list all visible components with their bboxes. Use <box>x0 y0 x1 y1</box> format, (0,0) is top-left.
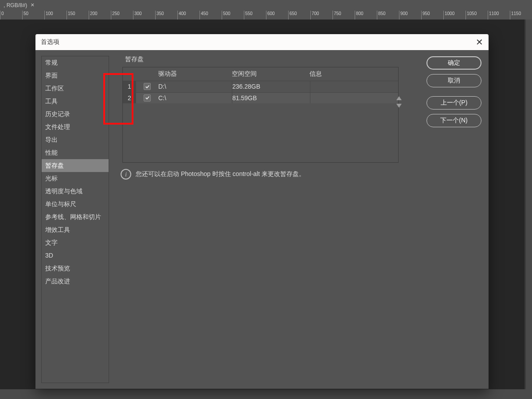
row-active-cell <box>136 81 158 92</box>
checkbox[interactable] <box>144 83 151 90</box>
document-tab-label: , RGB/8#) <box>4 2 27 9</box>
sidebar-item[interactable]: 产品改进 <box>42 275 109 288</box>
ruler-tick: 450 <box>200 11 208 20</box>
ruler-horizontal: 2001501005005010015020025030035040045050… <box>0 11 532 20</box>
info-icon: i <box>121 169 131 180</box>
ruler-tick: 1150 <box>510 11 521 20</box>
checkbox[interactable] <box>144 94 151 102</box>
ruler-tick: 1100 <box>488 11 499 20</box>
sidebar-item[interactable]: 工具 <box>42 95 109 108</box>
ruler-tick: 900 <box>399 11 408 20</box>
sidebar-item[interactable]: 文件处理 <box>42 121 109 133</box>
close-icon[interactable]: ✕ <box>476 38 483 47</box>
sidebar-item[interactable]: 历史记录 <box>42 108 109 121</box>
sidebar-item[interactable]: 性能 <box>42 146 109 159</box>
ruler-tick: 600 <box>266 11 275 20</box>
row-info <box>310 96 388 100</box>
ruler-tick: 300 <box>133 11 142 20</box>
ruler-tick: 250 <box>111 11 120 20</box>
row-index: 1 <box>123 81 136 92</box>
row-drive: C:\ <box>158 93 232 103</box>
row-free: 81.59GB <box>232 93 310 103</box>
prev-button[interactable]: 上一个(P) <box>426 96 481 110</box>
row-reorder-controls <box>396 96 402 108</box>
dialog-titlebar: 首选项 ✕ <box>35 34 489 50</box>
sidebar-item[interactable]: 工作区 <box>42 82 109 95</box>
sidebar-item[interactable]: 3D <box>42 249 109 262</box>
close-icon[interactable]: × <box>31 1 34 10</box>
row-drive: D:\ <box>158 81 232 92</box>
scrollbar-vertical[interactable] <box>526 20 532 389</box>
cancel-button[interactable]: 取消 <box>426 74 481 87</box>
hint-row: i 您还可以在启动 Photoshop 时按住 control-alt 来更改暂… <box>121 169 419 180</box>
sidebar-item[interactable]: 参考线、网格和切片 <box>42 211 109 223</box>
ruler-tick: 1050 <box>466 11 477 20</box>
panel-title: 暂存盘 <box>117 55 419 63</box>
ruler-tick: 850 <box>377 11 386 20</box>
sidebar-item[interactable]: 技术预览 <box>42 262 109 275</box>
scratch-disk-table: 驱动器 空闲空间 信息 1D:\236.28GB2C:\81.59GB <box>122 67 399 163</box>
row-active-cell <box>136 93 158 104</box>
ruler-tick: 350 <box>155 11 164 20</box>
ruler-tick: 1000 <box>443 11 454 20</box>
sidebar-item[interactable]: 常规 <box>42 56 109 69</box>
sidebar-item[interactable]: 单位与标尺 <box>42 198 109 211</box>
next-button[interactable]: 下一个(N) <box>426 114 481 127</box>
ruler-tick: 200 <box>89 11 98 20</box>
sidebar-item[interactable]: 文字 <box>42 236 109 249</box>
ruler-tick: 100 <box>44 11 53 20</box>
move-down-icon[interactable] <box>396 104 402 108</box>
ruler-tick: 400 <box>177 11 186 20</box>
dialog-title: 首选项 <box>41 38 59 46</box>
ruler-tick: 650 <box>288 11 297 20</box>
row-free: 236.28GB <box>232 81 310 92</box>
preferences-main: 暂存盘 驱动器 空闲空间 信息 1D:\236.28GB2C:\81.59GB … <box>109 50 426 389</box>
row-index: 2 <box>123 93 136 104</box>
hint-text: 您还可以在启动 Photoshop 时按住 control-alt 来更改暂存盘… <box>136 170 305 178</box>
sidebar-item[interactable]: 暂存盘 <box>42 159 109 172</box>
ruler-tick: 950 <box>421 11 430 20</box>
header-info: 信息 <box>309 70 387 78</box>
scrollbar-horizontal[interactable] <box>0 389 532 399</box>
ruler-tick: 750 <box>332 11 341 20</box>
row-info <box>310 85 388 88</box>
table-row[interactable]: 2C:\81.59GB <box>123 92 398 104</box>
ok-button[interactable]: 确定 <box>426 56 481 70</box>
sidebar-item[interactable]: 光标 <box>42 172 109 185</box>
header-drive: 驱动器 <box>158 70 232 78</box>
ruler-tick: 0 <box>0 11 4 20</box>
ruler-tick: 550 <box>244 11 253 20</box>
table-row[interactable]: 1D:\236.28GB <box>123 81 398 92</box>
document-tab[interactable]: , RGB/8#) × <box>0 0 38 11</box>
sidebar-item[interactable]: 透明度与色域 <box>42 185 109 198</box>
ruler-tick: 150 <box>66 11 75 20</box>
sidebar-item[interactable]: 增效工具 <box>42 223 109 236</box>
sidebar-item[interactable]: 界面 <box>42 69 109 82</box>
ruler-tick: 500 <box>222 11 231 20</box>
move-up-icon[interactable] <box>396 96 402 100</box>
preferences-dialog: 首选项 ✕ 常规界面工作区工具历史记录文件处理导出性能暂存盘光标透明度与色域单位… <box>35 34 489 389</box>
sidebar-item[interactable]: 导出 <box>42 133 109 146</box>
ruler-tick: 700 <box>310 11 319 20</box>
table-header: 驱动器 空闲空间 信息 <box>123 67 398 81</box>
dialog-buttons: 确定 取消 上一个(P) 下一个(N) <box>426 50 489 389</box>
header-free: 空闲空间 <box>232 70 309 78</box>
ruler-tick: 800 <box>355 11 364 20</box>
ruler-tick: 50 <box>22 11 28 20</box>
preferences-sidebar: 常规界面工作区工具历史记录文件处理导出性能暂存盘光标透明度与色域单位与标尺参考线… <box>41 56 109 383</box>
